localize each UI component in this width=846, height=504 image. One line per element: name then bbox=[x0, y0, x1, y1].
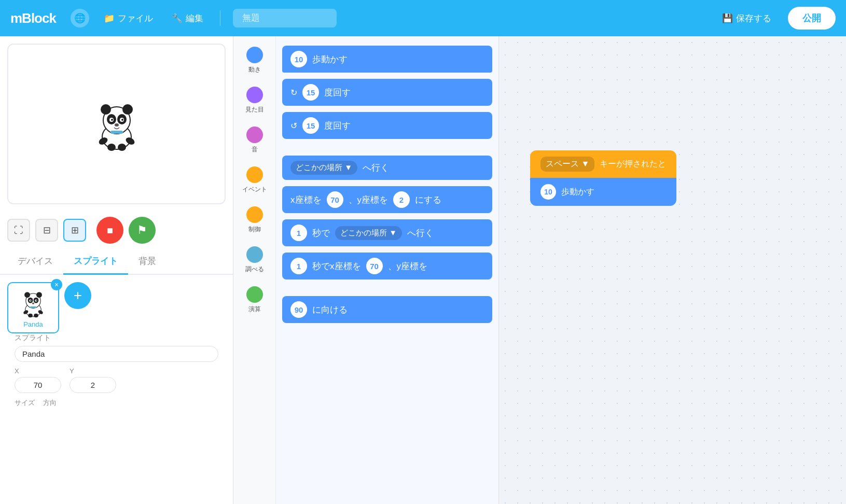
svg-point-3 bbox=[122, 104, 133, 115]
sprite-card-name: Panda bbox=[23, 320, 43, 328]
control-dot bbox=[246, 206, 263, 223]
y-coord-input[interactable] bbox=[70, 377, 116, 393]
block-glide-to[interactable]: 1 秒で どこかの場所 ▼ へ行く bbox=[282, 219, 492, 246]
ws-action-label: 歩動かす bbox=[561, 187, 594, 198]
block-point[interactable]: 90 に向ける bbox=[282, 296, 492, 323]
category-operators[interactable]: 演算 bbox=[235, 281, 274, 319]
block-move-value[interactable]: 10 bbox=[290, 51, 307, 67]
publish-button[interactable]: 公開 bbox=[788, 7, 836, 30]
block-turn-ccw[interactable]: ↺ 15 度回す bbox=[282, 112, 492, 139]
workspace[interactable]: スペース ▼ キーが押されたと 10 歩動かす bbox=[499, 36, 846, 504]
tabs: デバイス スプライト 背景 bbox=[0, 249, 233, 275]
block-turn-cw-label: 度回す bbox=[324, 87, 351, 99]
glide-suffix: へ行く bbox=[407, 227, 434, 239]
category-events[interactable]: イベント bbox=[235, 161, 274, 199]
block-set-xy[interactable]: x座標を 70 、y座標を 2 にする bbox=[282, 186, 492, 213]
category-sensing[interactable]: 調べる bbox=[235, 241, 274, 279]
panda-sprite bbox=[93, 95, 140, 152]
file-icon: 📁 bbox=[104, 13, 115, 24]
category-motion[interactable]: 動き bbox=[235, 41, 274, 79]
block-glide-xy-x[interactable]: 70 bbox=[366, 258, 383, 274]
category-looks[interactable]: 見た目 bbox=[235, 81, 274, 119]
set-xy-mid: 、y座標を bbox=[349, 194, 389, 206]
svg-point-9 bbox=[121, 119, 123, 121]
category-control[interactable]: 制御 bbox=[235, 201, 274, 239]
left-panel: ⛶ ⊟ ⊞ ■ ⚑ デバイス スプライト 背景 bbox=[0, 36, 233, 504]
block-move[interactable]: 10 歩動かす bbox=[282, 46, 492, 73]
svg-point-30 bbox=[28, 314, 33, 318]
size-label: サイズ bbox=[15, 398, 35, 408]
sensing-dot bbox=[246, 246, 263, 263]
dir-group: 方向 bbox=[43, 398, 57, 410]
block-turn-ccw-value[interactable]: 15 bbox=[302, 117, 319, 134]
edit-icon: 🔧 bbox=[172, 13, 183, 24]
edit-menu-button[interactable]: 🔧 編集 bbox=[168, 9, 207, 27]
add-sprite-button[interactable]: + bbox=[64, 282, 91, 309]
save-button[interactable]: 💾 保存する bbox=[716, 9, 778, 27]
looks-dot bbox=[246, 87, 263, 103]
ws-event-block[interactable]: スペース ▼ キーが押されたと bbox=[530, 150, 676, 178]
ws-action-block[interactable]: 10 歩動かす bbox=[530, 178, 676, 206]
size-dir-row: サイズ 方向 bbox=[15, 398, 218, 410]
block-y-value[interactable]: 2 bbox=[393, 191, 410, 208]
goto-label: へ行く bbox=[363, 162, 389, 174]
split-icon: ⊟ bbox=[43, 225, 51, 236]
app-logo: mBlock bbox=[10, 10, 56, 26]
play-button[interactable]: ⚑ bbox=[129, 217, 156, 244]
block-point-value[interactable]: 90 bbox=[290, 301, 307, 318]
block-turn-cw[interactable]: ↻ 15 度回す bbox=[282, 79, 492, 106]
category-sound[interactable]: 音 bbox=[235, 121, 274, 159]
glide-dropdown[interactable]: どこかの場所 ▼ bbox=[335, 226, 402, 240]
split-view-button[interactable]: ⊟ bbox=[35, 219, 58, 242]
tab-background[interactable]: 背景 bbox=[128, 249, 167, 275]
svg-point-15 bbox=[118, 144, 126, 151]
stage-controls: ⛶ ⊟ ⊞ ■ ⚑ bbox=[0, 212, 233, 249]
tab-sprite-label: スプライト bbox=[74, 256, 118, 266]
sound-label: 音 bbox=[252, 145, 258, 154]
language-button[interactable]: 🌐 bbox=[71, 9, 89, 27]
set-xy-suffix: にする bbox=[415, 194, 441, 206]
block-turn-ccw-label: 度回す bbox=[324, 120, 351, 132]
publish-label: 公開 bbox=[802, 13, 821, 23]
file-menu-label: ファイル bbox=[118, 12, 153, 24]
block-glide-sec[interactable]: 1 bbox=[290, 225, 307, 241]
ws-event-dropdown[interactable]: スペース ▼ bbox=[540, 157, 594, 172]
svg-point-2 bbox=[101, 104, 111, 115]
sprite-list: × bbox=[7, 282, 226, 333]
block-spacer-2 bbox=[282, 286, 492, 290]
fullscreen-button[interactable]: ⛶ bbox=[7, 219, 30, 242]
block-glide-xy[interactable]: 1 秒でx座標を 70 、y座標を bbox=[282, 253, 492, 279]
glide-xy-prefix: 秒でx座標を bbox=[312, 260, 361, 272]
looks-label: 見た目 bbox=[245, 105, 264, 114]
remove-sprite-button[interactable]: × bbox=[51, 279, 62, 290]
sprite-card-panda[interactable]: × bbox=[7, 282, 59, 333]
block-goto[interactable]: どこかの場所 ▼ へ行く bbox=[282, 156, 492, 180]
grid-icon: ⊞ bbox=[71, 225, 79, 236]
save-label: 保存する bbox=[736, 12, 771, 24]
block-turn-cw-value[interactable]: 15 bbox=[302, 84, 319, 101]
file-menu-button[interactable]: 📁 ファイル bbox=[100, 9, 157, 27]
tab-sprite[interactable]: スプライト bbox=[63, 249, 128, 275]
sprite-thumbnail-panda bbox=[20, 287, 46, 318]
sprite-panel: × bbox=[0, 275, 233, 504]
sprite-name-label: スプライト bbox=[15, 333, 218, 343]
block-x-value[interactable]: 70 bbox=[327, 191, 343, 208]
project-title-input[interactable] bbox=[233, 9, 337, 27]
stop-button[interactable]: ■ bbox=[96, 217, 123, 244]
y-label: Y bbox=[70, 367, 116, 375]
sprite-details: スプライト X Y サイズ bbox=[7, 333, 226, 417]
svg-point-24 bbox=[30, 300, 31, 301]
x-coord-input[interactable] bbox=[15, 377, 61, 393]
block-glide-xy-sec[interactable]: 1 bbox=[290, 258, 307, 274]
goto-dropdown[interactable]: どこかの場所 ▼ bbox=[290, 161, 357, 175]
sound-dot bbox=[246, 127, 263, 143]
tab-device[interactable]: デバイス bbox=[7, 249, 63, 275]
set-xy-prefix: x座標を bbox=[290, 194, 322, 206]
stage bbox=[7, 44, 226, 204]
grid-view-button[interactable]: ⊞ bbox=[63, 219, 86, 242]
sprite-name-input[interactable] bbox=[15, 346, 218, 362]
block-spacer-1 bbox=[282, 145, 492, 149]
ws-event-label: キーが押されたと bbox=[600, 159, 666, 170]
globe-icon: 🌐 bbox=[74, 12, 86, 24]
motion-label: 動き bbox=[248, 65, 261, 74]
